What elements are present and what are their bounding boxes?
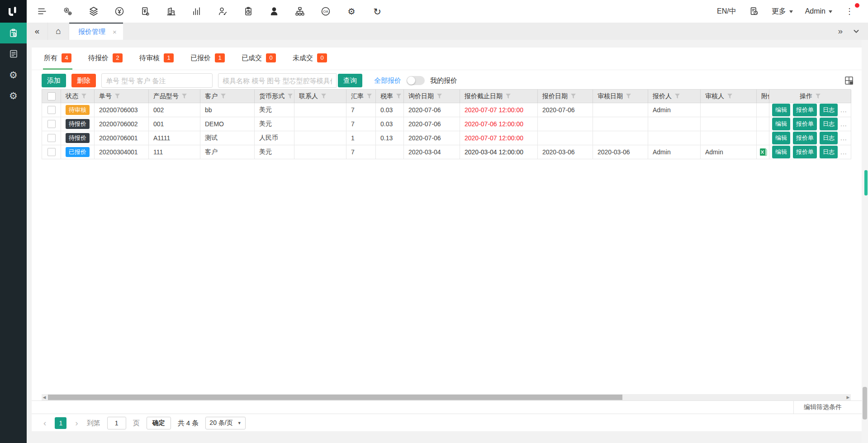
filter-funnel-icon[interactable] [115, 94, 120, 99]
menu-lines-icon[interactable] [37, 6, 47, 17]
layers-icon[interactable] [88, 6, 99, 17]
quote-sheet-button[interactable]: 报价单 [793, 132, 817, 144]
log-button[interactable]: 日志 [820, 118, 838, 130]
column-header[interactable]: 单号 [95, 90, 149, 103]
filter-tab-1[interactable]: 待报价2 [87, 48, 123, 70]
settings-gear-icon[interactable]: ⚙ [346, 6, 357, 17]
filter-tab-3[interactable]: 已报价1 [190, 48, 226, 70]
quote-sheet-button[interactable]: 报价单 [793, 118, 817, 130]
filter-funnel-icon[interactable] [288, 94, 293, 99]
overflow-menu-icon[interactable]: ⋮ [844, 6, 854, 16]
column-header[interactable]: 汇率 [346, 90, 376, 103]
scroll-right-arrow-icon[interactable]: ▶ [845, 394, 851, 400]
page-size-select[interactable]: 20 条/页 ▼ [205, 417, 245, 429]
filter-funnel-icon[interactable] [816, 94, 821, 99]
edit-button[interactable]: 编辑 [772, 118, 790, 130]
oa-icon[interactable]: OA [320, 6, 331, 17]
mold-search-input[interactable] [218, 73, 337, 88]
filter-tab-0[interactable]: 所有4 [43, 48, 72, 70]
filter-funnel-icon[interactable] [437, 94, 442, 99]
close-icon[interactable]: × [113, 28, 117, 36]
goto-confirm-button[interactable]: 确定 [147, 417, 171, 429]
log-button[interactable]: 日志 [820, 146, 838, 158]
quote-sheet-button[interactable]: 报价单 [793, 104, 817, 116]
column-header[interactable]: 操作 [769, 90, 851, 103]
filter-funnel-icon[interactable] [675, 94, 680, 99]
goto-page-input[interactable] [107, 417, 126, 429]
log-button[interactable]: 日志 [820, 104, 838, 116]
report-chart-icon[interactable] [191, 6, 202, 17]
row-checkbox[interactable] [47, 106, 56, 114]
quote-sheet-button[interactable]: 报价单 [793, 146, 817, 158]
row-more-actions[interactable]: ... [840, 120, 847, 128]
sidebar-item-forms[interactable] [0, 43, 27, 64]
edit-button[interactable]: 编辑 [772, 132, 790, 144]
filter-funnel-icon[interactable] [367, 94, 372, 99]
edit-button[interactable]: 编辑 [772, 104, 790, 116]
row-more-actions[interactable]: ... [840, 106, 847, 114]
admin-user-menu[interactable]: Admin [805, 7, 832, 15]
expand-tabs-button[interactable]: » [838, 26, 843, 36]
quotes-scope-toggle[interactable] [407, 76, 425, 85]
doc-clock-icon[interactable] [749, 6, 759, 17]
column-header[interactable]: 询价日期 [404, 90, 460, 103]
edit-filter-conditions-button[interactable]: 编辑筛选条件 [793, 401, 852, 414]
column-header[interactable]: 附件 [757, 90, 769, 103]
column-header[interactable]: 审核日期 [593, 90, 648, 103]
filter-tab-5[interactable]: 未成交0 [292, 48, 328, 70]
app-logo[interactable] [0, 0, 27, 23]
process-gears-icon[interactable] [62, 6, 73, 17]
more-menu[interactable]: 更多 [772, 7, 793, 16]
column-header[interactable]: 报价人 [648, 90, 701, 103]
excel-attachment-icon[interactable] [759, 148, 767, 156]
collapse-tabs-button[interactable]: « [27, 23, 48, 40]
sidebar-item-system[interactable]: ⚙ [0, 85, 27, 106]
invoice-settings-icon[interactable] [140, 6, 151, 17]
column-header[interactable]: 状态 [61, 90, 95, 103]
org-structure-icon[interactable] [294, 6, 305, 17]
next-page-button[interactable]: › [73, 418, 80, 428]
filter-funnel-icon[interactable] [396, 94, 401, 99]
filter-funnel-icon[interactable] [182, 94, 187, 99]
vertical-scrollbar[interactable] [862, 40, 868, 443]
filter-tab-2[interactable]: 待审核1 [138, 48, 175, 70]
filter-tab-4[interactable]: 已成交0 [241, 48, 277, 70]
horizontal-scrollbar-thumb[interactable] [48, 395, 622, 400]
filter-funnel-icon[interactable] [221, 94, 226, 99]
sidebar-item-quotation[interactable] [0, 23, 27, 43]
tab-menu-chevron-icon[interactable] [853, 28, 860, 35]
language-toggle[interactable]: EN/中 [717, 7, 736, 16]
horizontal-scrollbar[interactable]: ◀ ▶ [42, 394, 851, 400]
row-checkbox[interactable] [47, 120, 56, 128]
filter-funnel-icon[interactable] [626, 94, 631, 99]
scroll-left-arrow-icon[interactable]: ◀ [42, 394, 47, 400]
column-header[interactable]: 报价截止日期 [460, 90, 538, 103]
filter-funnel-icon[interactable] [81, 94, 86, 99]
column-settings-icon[interactable] [844, 75, 854, 86]
column-header[interactable]: 客户 [200, 90, 255, 103]
filter-funnel-icon[interactable] [321, 94, 326, 99]
edit-button[interactable]: 编辑 [772, 146, 790, 158]
home-tab-button[interactable]: ⌂ [48, 23, 69, 40]
column-header[interactable]: 税率 [376, 90, 404, 103]
add-button[interactable]: 添加 [42, 74, 66, 87]
user-edit-icon[interactable] [217, 6, 228, 17]
current-page-button[interactable]: 1 [55, 417, 66, 429]
factory-icon[interactable] [166, 6, 176, 17]
vertical-scrollbar-thumb[interactable] [863, 387, 867, 419]
all-quotes-link[interactable]: 全部报价 [374, 76, 401, 85]
prev-page-button[interactable]: ‹ [42, 418, 48, 428]
task-clock-icon[interactable] [243, 6, 254, 17]
sidebar-item-settings[interactable]: ⚙ [0, 64, 27, 85]
row-checkbox[interactable] [47, 134, 56, 142]
query-button[interactable]: 查询 [338, 74, 362, 87]
log-button[interactable]: 日志 [820, 132, 838, 144]
filter-funnel-icon[interactable] [571, 94, 576, 99]
row-checkbox[interactable] [47, 148, 56, 156]
tab-quotation-management[interactable]: 报价管理 × [69, 23, 123, 40]
delete-button[interactable]: 删除 [71, 74, 96, 87]
filter-funnel-icon[interactable] [727, 94, 732, 99]
refresh-icon[interactable]: ↻ [372, 6, 383, 17]
column-header[interactable]: 联系人 [294, 90, 346, 103]
vertical-scroll-indicator[interactable] [864, 170, 868, 195]
